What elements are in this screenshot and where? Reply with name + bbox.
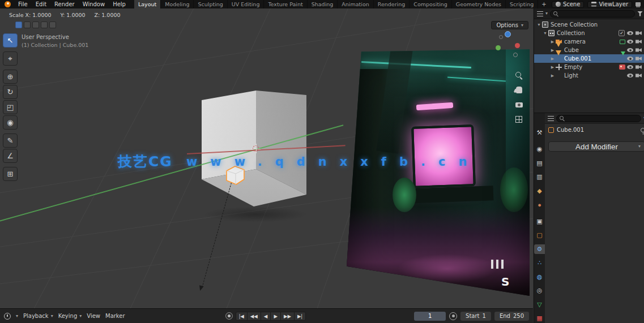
render-visibility-icon[interactable] [636, 31, 642, 36]
workspace-tab-geometry-nodes[interactable]: Geometry Nodes [452, 0, 506, 8]
eye-visibility-icon[interactable] [627, 31, 633, 35]
render-visibility-icon[interactable] [636, 40, 642, 44]
render-visibility-icon[interactable] [636, 48, 642, 53]
viewport-toggle-button[interactable] [49, 21, 56, 28]
menu-edit[interactable]: Edit [32, 1, 50, 7]
viewport-toggle-button[interactable] [41, 21, 48, 28]
outliner-row-empty[interactable]: ▶ Empty [534, 63, 644, 71]
workspace-tab-modeling[interactable]: Modeling [161, 0, 194, 8]
properties-tab-object[interactable]: ▢ [534, 231, 545, 240]
properties-tab-render[interactable]: ◉ [534, 145, 545, 154]
workspace-tab-rendering[interactable]: Rendering [374, 0, 410, 8]
keying-menu[interactable]: Keying▾ [58, 313, 82, 319]
eye-visibility-icon[interactable] [627, 74, 633, 77]
pan-button[interactable] [513, 84, 524, 96]
menu-window[interactable]: Window [79, 1, 109, 7]
workspace-tab-uv-editing[interactable]: UV Editing [228, 0, 265, 8]
tool-scale[interactable]: ◰ [3, 100, 18, 114]
render-display-icon[interactable] [636, 2, 641, 6]
navigation-gizmo[interactable] [494, 30, 523, 61]
outliner-editor-icon[interactable] [537, 11, 543, 16]
disclosure-triangle-icon[interactable]: ▶ [549, 65, 556, 70]
outliner-row-cube[interactable]: ▶ Cube [534, 46, 644, 54]
tool-select-box[interactable]: ↖ [3, 33, 18, 48]
eye-visibility-icon[interactable] [627, 40, 633, 44]
disclosure-triangle-icon[interactable]: ▶ [549, 74, 556, 78]
camera-view-button[interactable] [513, 99, 524, 110]
workspace-tab-sculpting[interactable]: Sculpting [194, 0, 227, 8]
filter-icon[interactable] [637, 11, 643, 16]
properties-tab-modifiers[interactable]: ⚙ [534, 244, 545, 254]
play-reverse-button[interactable]: ◀ [261, 312, 271, 320]
tool-rotate[interactable]: ↻ [3, 85, 18, 99]
previous-keyframe-button[interactable]: ◀◀ [248, 312, 261, 320]
scene-selector[interactable]: Scene [552, 1, 585, 8]
properties-tab-constraints[interactable]: ◎ [534, 286, 545, 296]
properties-tab-object-data[interactable]: ▽ [534, 300, 545, 309]
reference-image-plane[interactable]: S [347, 49, 530, 296]
properties-tab-tool[interactable]: ⚒ [534, 128, 545, 137]
outliner-search-input[interactable] [561, 11, 632, 17]
outliner-search[interactable] [550, 10, 635, 18]
gizmo-axis-dot-hollow[interactable] [499, 35, 503, 39]
marker-menu[interactable]: Marker [105, 313, 125, 319]
menu-render[interactable]: Render [50, 1, 79, 7]
viewport-toggle-button[interactable] [24, 21, 31, 28]
chevron-down-icon[interactable]: ▾ [545, 11, 548, 16]
properties-tab-particles[interactable]: ∴ [534, 259, 545, 268]
collection-checkbox[interactable] [619, 30, 625, 36]
viewport-toggle-button[interactable] [32, 21, 39, 28]
disclosure-triangle-icon[interactable]: ▼ [542, 31, 548, 35]
properties-tab-view-layer[interactable]: ▥ [534, 173, 545, 182]
ortho-toggle-button[interactable] [513, 114, 524, 125]
play-button[interactable]: ▶ [271, 312, 281, 320]
eye-visibility-icon[interactable] [627, 65, 633, 69]
gizmo-axis-dot-hollow[interactable] [513, 53, 518, 57]
disclosure-triangle-icon[interactable]: ▶ [549, 48, 556, 53]
outliner-row-cube-001[interactable]: ▶ Cube.001 [534, 54, 644, 63]
view-menu[interactable]: View [87, 313, 100, 319]
eye-visibility-icon[interactable] [627, 57, 633, 61]
menu-file[interactable]: File [14, 1, 32, 7]
add-workspace-button[interactable]: + [538, 0, 549, 8]
outliner-row-collection[interactable]: ▼ Collection [534, 29, 644, 37]
tool-cursor[interactable]: ⌖ [3, 51, 18, 66]
viewport-toggle-button[interactable] [15, 21, 22, 28]
workspace-tab-texture-paint[interactable]: Texture Paint [264, 0, 307, 8]
jump-to-start-button[interactable]: |◀ [236, 312, 248, 320]
render-visibility-icon[interactable] [636, 57, 642, 61]
workspace-tab-compositing[interactable]: Compositing [410, 0, 452, 8]
gizmo-y-axis-dot[interactable] [496, 45, 501, 50]
properties-search-input[interactable] [567, 115, 638, 122]
eye-visibility-icon[interactable] [627, 48, 633, 52]
pin-icon[interactable] [641, 128, 644, 132]
render-visibility-icon[interactable] [636, 74, 642, 78]
tool-add-cube[interactable]: ⊞ [3, 167, 18, 181]
chevron-down-icon[interactable]: ▾ [16, 314, 18, 318]
properties-tab-output[interactable]: ▤ [534, 158, 545, 168]
render-visibility-icon[interactable] [636, 65, 642, 70]
timeline-editor-icon[interactable] [4, 313, 11, 320]
zoom-button[interactable] [513, 70, 524, 81]
properties-tab-texture[interactable]: ▦ [534, 314, 545, 323]
properties-tab-world[interactable]: ● [534, 200, 545, 210]
start-frame-field[interactable]: Start 1 [460, 312, 491, 321]
workspace-tab-shading[interactable]: Shading [308, 0, 338, 8]
workspace-tab-scripting[interactable]: Scripting [506, 0, 538, 8]
workspace-tab-animation[interactable]: Animation [338, 0, 373, 8]
properties-tab-physics[interactable]: ◍ [534, 272, 545, 282]
auto-keying-record-button[interactable] [225, 312, 233, 320]
properties-tab-collection[interactable]: ▣ [534, 217, 545, 226]
workspace-tab-layout[interactable]: Layout [134, 0, 161, 8]
tool-measure[interactable]: ∠ [3, 149, 18, 163]
menu-help[interactable]: Help [109, 1, 130, 7]
gizmo-z-axis-dot[interactable] [505, 31, 511, 37]
tool-annotate[interactable]: ✎ [3, 133, 18, 148]
end-frame-field[interactable]: End 250 [494, 312, 529, 321]
add-modifier-button[interactable]: Add Modifier ▾ [548, 141, 644, 152]
viewport-3d[interactable]: S 技艺CG www.qdnxxfb.cn Scale X: 1.0000 Y:… [0, 8, 533, 308]
tool-move[interactable]: ⊕ [3, 70, 18, 84]
next-keyframe-button[interactable]: ▶▶ [281, 312, 295, 320]
gizmo-x-axis-dot[interactable] [515, 43, 520, 48]
viewlayer-selector[interactable]: ViewLayer [587, 1, 632, 8]
